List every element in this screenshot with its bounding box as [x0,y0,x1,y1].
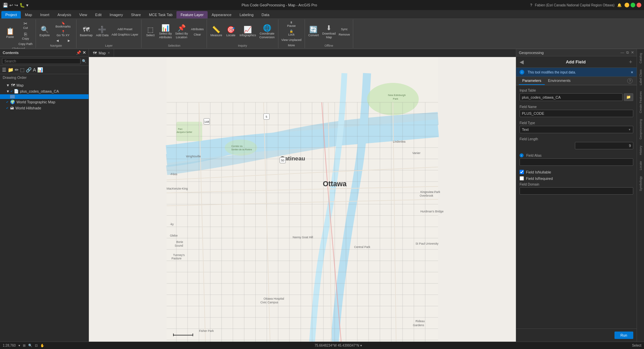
layer-world-topo[interactable]: ✔ 🌍 World Topographic Map [0,99,89,105]
field-isnullable-checkbox[interactable] [520,170,524,174]
tab-appearance[interactable]: Appearance [208,11,235,18]
coordinates-dropdown[interactable]: ▾ [360,344,362,347]
map-canvas[interactable]: New Edinburgh Park Parc Jacques-Cartier … [89,57,516,342]
geo-help-icon[interactable]: ? [627,78,633,84]
search-icon[interactable]: 🔍 [82,59,87,63]
layer-plus-codes-swatch[interactable] [0,94,89,99]
list-by-drawing-order-icon[interactable]: ☰ [2,67,6,72]
lock-button[interactable]: 🔒 Lock [280,29,303,37]
tab-project[interactable]: Project [1,11,21,18]
select-button[interactable]: ⬚ Select [144,25,157,38]
select-by-location-button[interactable]: 📌 Select ByLocation [174,23,189,40]
cut-button[interactable]: ✂ Cut [17,20,34,30]
infographics-button[interactable]: 📈 Infographics [238,25,257,38]
field-type-select[interactable]: Text ▼ [520,126,633,133]
view-unplaced-button[interactable]: View Unplaced [280,38,303,42]
clear-selection-button[interactable]: Clear [190,32,205,37]
pin-icon[interactable]: 📌 [76,50,81,55]
map-tab[interactable]: 🗺 Map × [89,49,114,57]
attributes-button[interactable]: Attributes [190,27,205,32]
input-table-input[interactable] [520,93,623,101]
list-by-charts-icon[interactable]: 📊 [37,67,43,72]
expand-icon[interactable]: ▼ [6,83,10,87]
input-table-browse-icon[interactable]: 📁 [624,93,633,101]
list-by-editing-icon[interactable]: ✏ [15,67,19,72]
goto-xy-button[interactable]: 📍 Go To XY [52,30,74,38]
paste-button[interactable]: 📋 Paste [3,27,17,40]
add-preset-button[interactable]: Add Preset [111,27,140,32]
side-tab-symbology[interactable]: Symbology [638,173,643,194]
redo-icon[interactable]: ↪ [14,3,18,8]
scale-dropdown[interactable]: ▾ [18,344,20,347]
add-data-button[interactable]: ➕ Add Data [95,25,110,38]
field-domain-input[interactable] [520,187,633,195]
remove-button[interactable]: Remove [338,32,351,37]
side-tab-geoprocessing[interactable]: Geoprocessing [638,116,643,142]
notification-icon[interactable]: 🔔 [617,3,622,7]
pan-icon[interactable]: ✋ [40,344,44,347]
list-by-labeling-icon[interactable]: A [33,67,36,72]
convert-button[interactable]: 🔄 Convert [307,25,320,38]
geo-tab-parameters[interactable]: Parameters [519,77,545,85]
layer-world-hillshade[interactable]: ✔ 🏔 World Hillshade [0,105,89,111]
maximize-button[interactable] [631,3,635,7]
tab-map[interactable]: Map [21,11,36,18]
basemap-button[interactable]: 🗺 Basemap [78,25,94,38]
tab-feature-layer[interactable]: Feature Layer [176,11,207,18]
back-button[interactable]: ◀ [52,38,63,43]
debug-icon[interactable]: 🐛 [19,3,25,8]
tab-insert[interactable]: Insert [36,11,54,18]
field-alias-info-icon[interactable]: i [520,153,524,157]
layer-map[interactable]: ▼ 🗺 Map [0,82,89,88]
side-tab-catalog[interactable]: Catalog [638,50,643,66]
tab-mce[interactable]: MCE Task Tab [145,11,177,18]
close-geo-panel-icon[interactable]: ✕ [631,50,634,55]
field-isrequired-checkbox[interactable] [520,176,524,181]
bookmarks-button[interactable]: 🔖 Bookmarks [52,21,74,29]
tab-imagery[interactable]: Imagery [106,11,127,18]
explore-button[interactable]: 🔍 Explore [38,25,51,38]
copy-button[interactable]: ⎘ Copy [17,31,34,41]
list-by-snapping-icon[interactable]: 🔗 [26,67,32,72]
tab-share[interactable]: Share [127,11,145,18]
layer-plus-codes[interactable]: ▼ ✔ 📄 plus_codes_ottawa_CA [0,88,89,94]
field-length-input[interactable] [575,142,634,149]
tab-data[interactable]: Data [258,11,273,18]
run-button[interactable]: Run [614,332,633,339]
map-view-icon[interactable]: ⊡ [35,344,38,347]
zoom-fit-icon[interactable]: ⊞ [23,344,25,347]
undo-icon[interactable]: ↩ [9,3,13,8]
side-tab-create-features[interactable]: Create Features [638,89,643,116]
dropdown-icon[interactable]: ▾ [26,3,29,8]
forward-button[interactable]: ▶ [63,38,74,43]
more-button[interactable]: More [280,43,303,48]
minimize-button[interactable] [625,3,629,7]
map-tab-close[interactable]: × [108,51,110,55]
download-map-button[interactable]: ⬇ DownloadMap [321,23,337,40]
info-close-icon[interactable]: ✕ [631,70,633,74]
side-tab-locate[interactable]: Locate [638,158,643,173]
side-tab-label-class[interactable]: Label Class [638,67,643,88]
float-panel-icon[interactable]: ⧉ [626,50,629,55]
geo-add-icon[interactable]: ＋ [628,58,633,65]
measure-button[interactable]: 📏 Measure [209,25,223,38]
tab-view[interactable]: View [75,11,91,18]
add-graphics-layer-button[interactable]: Add Graphics Layer [111,32,140,37]
geo-tab-environments[interactable]: Environments [545,77,574,85]
close-button[interactable] [637,3,641,7]
select-by-attributes-button[interactable]: 📊 Select ByAttributes [158,23,173,40]
coordinate-conversion-button[interactable]: 🌐 CoordinateConversion [258,23,276,40]
tab-edit[interactable]: Edit [91,11,106,18]
sync-button[interactable]: Sync [338,27,351,32]
field-name-input[interactable] [520,110,633,117]
pause-button[interactable]: ⏸ Pause [280,20,303,28]
help-icon[interactable]: ? [530,3,532,7]
tab-labeling[interactable]: Labeling [235,11,258,18]
minimize-panel-icon[interactable]: — [621,50,624,55]
field-alias-input[interactable] [520,158,633,166]
zoom-in-icon[interactable]: 🔍 [28,344,32,347]
list-by-source-icon[interactable]: 📁 [8,67,13,72]
search-input[interactable] [2,58,80,64]
list-by-selection-icon[interactable]: ⬚ [20,67,24,72]
close-panel-icon[interactable]: ✕ [83,50,86,55]
